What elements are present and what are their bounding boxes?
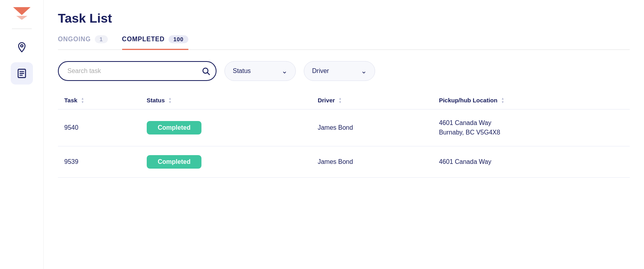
svg-point-2 [21,45,23,47]
status-filter-label: Status [233,67,251,75]
tab-completed-badge: 100 [169,35,188,43]
table-row[interactable]: 9540CompletedJames Bond4601 Canada WayBu… [58,109,630,146]
cell-task: 9539 [58,146,140,177]
status-filter[interactable]: Status ⌄ [224,61,296,81]
search-input[interactable] [58,61,217,81]
svg-marker-0 [13,7,31,15]
controls-row: Status ⌄ Driver ⌄ [58,61,630,81]
main-content: Task List ONGOING 1 COMPLETED 100 Status… [44,0,644,269]
driver-filter[interactable]: Driver ⌄ [304,61,375,81]
status-badge: Completed [147,121,202,134]
cell-status: Completed [140,146,311,177]
driver-sort-arrows: ▲▼ [339,97,342,104]
cell-location: 4601 Canada WayBurnaby, BC V5G4X8 [433,109,630,146]
col-driver[interactable]: Driver ▲▼ [311,92,433,109]
driver-filter-chevron: ⌄ [361,67,367,75]
table-row[interactable]: 9539CompletedJames Bond4601 Canada Way [58,146,630,177]
status-sort-arrows: ▲▼ [169,97,172,104]
tab-ongoing-label: ONGOING [58,36,91,43]
task-sort-arrows: ▲▼ [81,97,84,104]
status-badge: Completed [147,155,202,169]
svg-marker-1 [16,16,27,20]
cell-driver: James Bond [311,146,433,177]
status-filter-chevron: ⌄ [282,67,288,75]
cell-task: 9540 [58,109,140,146]
sidebar [0,0,44,269]
tab-ongoing[interactable]: ONGOING 1 [58,35,108,50]
col-task[interactable]: Task ▲▼ [58,92,140,109]
page-title: Task List [58,11,630,26]
cell-location: 4601 Canada Way [433,146,630,177]
tab-completed-label: COMPLETED [122,36,165,43]
search-button[interactable] [201,67,210,75]
sidebar-divider [12,29,32,29]
app-logo[interactable] [13,7,31,21]
cell-status: Completed [140,109,311,146]
tabs-bar: ONGOING 1 COMPLETED 100 [58,35,630,50]
col-status[interactable]: Status ▲▼ [140,92,311,109]
location-sort-arrows: ▲▼ [501,97,504,104]
table-header-row: Task ▲▼ Status ▲▼ Driver ▲▼ Pickup/hub L… [58,92,630,109]
search-wrapper [58,61,217,81]
task-table: Task ▲▼ Status ▲▼ Driver ▲▼ Pickup/hub L… [58,92,630,178]
col-location[interactable]: Pickup/hub Location ▲▼ [433,92,630,109]
tab-ongoing-badge: 1 [95,35,108,43]
driver-filter-label: Driver [312,67,329,75]
sidebar-item-location[interactable] [11,36,33,58]
sidebar-item-tasklist[interactable] [11,62,33,85]
svg-line-8 [207,73,209,75]
cell-driver: James Bond [311,109,433,146]
tab-completed[interactable]: COMPLETED 100 [122,35,188,50]
